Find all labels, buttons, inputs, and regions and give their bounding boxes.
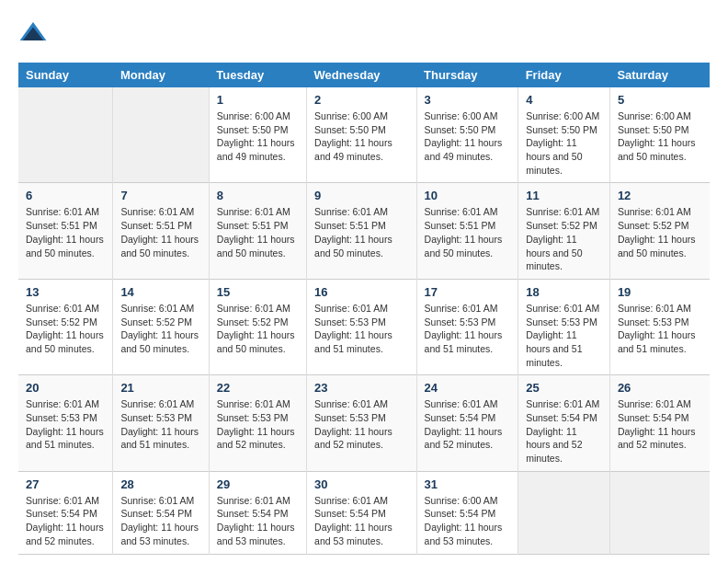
day-number: 17 [425,285,511,299]
calendar-cell: 29Sunrise: 6:01 AM Sunset: 5:54 PM Dayli… [209,471,306,554]
calendar-cell: 6Sunrise: 6:01 AM Sunset: 5:51 PM Daylig… [18,183,113,279]
day-info: Sunrise: 6:01 AM Sunset: 5:54 PM Dayligh… [314,494,408,548]
logo [18,18,50,48]
day-info: Sunrise: 6:01 AM Sunset: 5:53 PM Dayligh… [618,302,702,356]
day-info: Sunrise: 6:00 AM Sunset: 5:50 PM Dayligh… [314,109,408,164]
calendar-body: 1Sunrise: 6:00 AM Sunset: 5:50 PM Daylig… [18,87,710,554]
day-info: Sunrise: 6:01 AM Sunset: 5:51 PM Dayligh… [26,205,105,259]
day-number: 13 [26,285,105,299]
day-number: 23 [314,381,408,395]
day-number: 12 [618,189,702,202]
day-info: Sunrise: 6:01 AM Sunset: 5:54 PM Dayligh… [425,397,511,452]
day-number: 4 [526,93,602,107]
day-number: 7 [120,189,200,202]
day-number: 14 [120,285,200,299]
calendar-cell: 10Sunrise: 6:01 AM Sunset: 5:51 PM Dayli… [416,183,518,279]
day-number: 10 [425,189,511,202]
calendar-cell: 4Sunrise: 6:00 AM Sunset: 5:50 PM Daylig… [518,87,610,183]
day-info: Sunrise: 6:01 AM Sunset: 5:51 PM Dayligh… [217,205,299,259]
day-info: Sunrise: 6:01 AM Sunset: 5:51 PM Dayligh… [425,205,511,259]
day-number: 30 [314,477,408,491]
day-info: Sunrise: 6:01 AM Sunset: 5:53 PM Dayligh… [526,302,602,369]
calendar-cell: 18Sunrise: 6:01 AM Sunset: 5:53 PM Dayli… [518,279,610,374]
calendar-cell: 13Sunrise: 6:01 AM Sunset: 5:52 PM Dayli… [18,279,113,374]
calendar-cell: 7Sunrise: 6:01 AM Sunset: 5:51 PM Daylig… [113,183,209,279]
calendar-week-row: 13Sunrise: 6:01 AM Sunset: 5:52 PM Dayli… [18,279,710,374]
weekday-header: Saturday [609,63,710,87]
day-info: Sunrise: 6:01 AM Sunset: 5:51 PM Dayligh… [120,205,200,259]
calendar-cell [518,471,610,554]
day-info: Sunrise: 6:01 AM Sunset: 5:51 PM Dayligh… [314,205,408,259]
day-number: 5 [618,93,702,107]
day-number: 8 [217,189,299,202]
calendar-week-row: 1Sunrise: 6:00 AM Sunset: 5:50 PM Daylig… [18,87,710,183]
calendar-cell: 8Sunrise: 6:01 AM Sunset: 5:51 PM Daylig… [209,183,306,279]
calendar-week-row: 20Sunrise: 6:01 AM Sunset: 5:53 PM Dayli… [18,375,710,471]
day-number: 27 [26,477,105,491]
calendar-week-row: 27Sunrise: 6:01 AM Sunset: 5:54 PM Dayli… [18,471,710,554]
calendar-cell: 3Sunrise: 6:00 AM Sunset: 5:50 PM Daylig… [416,87,518,183]
day-info: Sunrise: 6:00 AM Sunset: 5:50 PM Dayligh… [217,109,299,164]
weekday-header: Wednesday [307,63,416,87]
day-info: Sunrise: 6:01 AM Sunset: 5:53 PM Dayligh… [120,397,200,452]
calendar-cell: 5Sunrise: 6:00 AM Sunset: 5:50 PM Daylig… [609,87,710,183]
day-number: 18 [526,285,602,299]
day-info: Sunrise: 6:01 AM Sunset: 5:52 PM Dayligh… [26,302,105,356]
day-number: 16 [314,285,408,299]
day-number: 15 [217,285,299,299]
calendar-cell: 23Sunrise: 6:01 AM Sunset: 5:53 PM Dayli… [307,375,416,471]
day-info: Sunrise: 6:01 AM Sunset: 5:54 PM Dayligh… [618,397,702,452]
day-number: 6 [26,189,105,202]
calendar-table: SundayMondayTuesdayWednesdayThursdayFrid… [18,63,710,555]
calendar-cell: 20Sunrise: 6:01 AM Sunset: 5:53 PM Dayli… [18,375,113,471]
calendar-cell: 27Sunrise: 6:01 AM Sunset: 5:54 PM Dayli… [18,471,113,554]
calendar-cell: 2Sunrise: 6:00 AM Sunset: 5:50 PM Daylig… [307,87,416,183]
day-number: 29 [217,477,299,491]
calendar-cell: 19Sunrise: 6:01 AM Sunset: 5:53 PM Dayli… [609,279,710,374]
calendar-cell: 12Sunrise: 6:01 AM Sunset: 5:52 PM Dayli… [609,183,710,279]
day-number: 25 [526,381,602,395]
day-info: Sunrise: 6:01 AM Sunset: 5:54 PM Dayligh… [26,494,105,548]
day-number: 26 [618,381,702,395]
calendar-cell [113,87,209,183]
calendar-week-row: 6Sunrise: 6:01 AM Sunset: 5:51 PM Daylig… [18,183,710,279]
calendar-cell: 9Sunrise: 6:01 AM Sunset: 5:51 PM Daylig… [307,183,416,279]
day-info: Sunrise: 6:01 AM Sunset: 5:52 PM Dayligh… [526,205,602,272]
day-info: Sunrise: 6:00 AM Sunset: 5:50 PM Dayligh… [618,109,702,164]
logo-icon [18,18,48,48]
day-number: 9 [314,189,408,202]
day-number: 22 [217,381,299,395]
calendar-cell: 16Sunrise: 6:01 AM Sunset: 5:53 PM Dayli… [307,279,416,374]
day-info: Sunrise: 6:01 AM Sunset: 5:53 PM Dayligh… [26,397,105,452]
day-number: 21 [120,381,200,395]
day-number: 1 [217,93,299,107]
day-info: Sunrise: 6:01 AM Sunset: 5:52 PM Dayligh… [120,302,200,356]
calendar-cell: 17Sunrise: 6:01 AM Sunset: 5:53 PM Dayli… [416,279,518,374]
day-info: Sunrise: 6:01 AM Sunset: 5:52 PM Dayligh… [618,205,702,259]
weekday-header: Friday [518,63,610,87]
day-info: Sunrise: 6:01 AM Sunset: 5:53 PM Dayligh… [425,302,511,356]
calendar-cell: 15Sunrise: 6:01 AM Sunset: 5:52 PM Dayli… [209,279,306,374]
day-info: Sunrise: 6:00 AM Sunset: 5:50 PM Dayligh… [425,109,511,164]
day-number: 2 [314,93,408,107]
day-info: Sunrise: 6:01 AM Sunset: 5:54 PM Dayligh… [526,397,602,465]
calendar-cell [609,471,710,554]
day-info: Sunrise: 6:00 AM Sunset: 5:54 PM Dayligh… [425,494,511,548]
page-header [18,18,710,48]
calendar-cell: 22Sunrise: 6:01 AM Sunset: 5:53 PM Dayli… [209,375,306,471]
calendar-cell: 31Sunrise: 6:00 AM Sunset: 5:54 PM Dayli… [416,471,518,554]
day-info: Sunrise: 6:01 AM Sunset: 5:54 PM Dayligh… [120,494,200,548]
calendar-cell: 25Sunrise: 6:01 AM Sunset: 5:54 PM Dayli… [518,375,610,471]
day-number: 11 [526,189,602,202]
calendar-cell: 24Sunrise: 6:01 AM Sunset: 5:54 PM Dayli… [416,375,518,471]
weekday-header: Tuesday [209,63,306,87]
calendar-cell: 14Sunrise: 6:01 AM Sunset: 5:52 PM Dayli… [113,279,209,374]
day-info: Sunrise: 6:01 AM Sunset: 5:53 PM Dayligh… [314,302,408,356]
day-info: Sunrise: 6:01 AM Sunset: 5:53 PM Dayligh… [217,397,299,452]
calendar-cell: 30Sunrise: 6:01 AM Sunset: 5:54 PM Dayli… [307,471,416,554]
calendar-cell: 1Sunrise: 6:00 AM Sunset: 5:50 PM Daylig… [209,87,306,183]
day-number: 31 [425,477,511,491]
day-number: 20 [26,381,105,395]
day-number: 24 [425,381,511,395]
calendar-cell: 11Sunrise: 6:01 AM Sunset: 5:52 PM Dayli… [518,183,610,279]
